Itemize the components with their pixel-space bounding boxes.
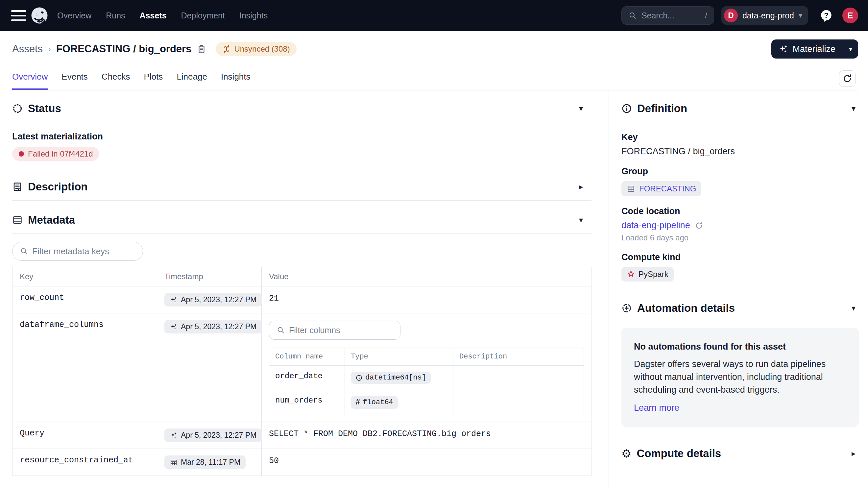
type-badge: datetime64[ns] bbox=[351, 372, 431, 384]
unsynced-status-badge[interactable]: Unsynced (308) bbox=[216, 42, 296, 56]
definition-section-header: Definition ▾ bbox=[621, 90, 859, 122]
breadcrumb-separator-icon: › bbox=[48, 44, 51, 54]
metadata-value: 21 bbox=[269, 294, 279, 303]
timestamp-badge[interactable]: Apr 5, 2023, 12:27 PM bbox=[164, 429, 262, 442]
search-input[interactable]: Search... / bbox=[621, 6, 714, 25]
user-avatar[interactable]: E bbox=[842, 7, 858, 23]
status-section-title: Status bbox=[28, 102, 61, 115]
lineage-section-header: Lineage View in graph ▾ bbox=[12, 487, 591, 490]
code-location-link[interactable]: data-eng-pipeline bbox=[621, 220, 690, 231]
no-automations-title: No automations found for this asset bbox=[634, 342, 846, 352]
table-row: dataframe_columns Apr 5, 2023, 12:27 PM … bbox=[12, 313, 591, 422]
column-description bbox=[454, 390, 584, 415]
clipboard-icon bbox=[197, 44, 207, 54]
copy-asset-key-button[interactable] bbox=[197, 44, 207, 54]
automation-collapse-caret-icon[interactable]: ▾ bbox=[851, 304, 856, 313]
reload-icon[interactable] bbox=[695, 221, 703, 230]
deployment-switcher[interactable]: D data-eng-prod ▾ bbox=[721, 6, 808, 25]
sparkle-icon bbox=[169, 296, 178, 304]
metadata-key: Query bbox=[12, 422, 157, 449]
nav-insights[interactable]: Insights bbox=[239, 11, 268, 21]
page-header: Assets › FORECASTING / big_orders Unsync… bbox=[0, 31, 868, 90]
metadata-filter-input[interactable]: Filter metadata keys bbox=[12, 242, 143, 261]
asset-tabs: Overview Events Checks Plots Lineage Ins… bbox=[12, 68, 858, 90]
tab-insights[interactable]: Insights bbox=[221, 68, 251, 90]
deployment-avatar: D bbox=[724, 8, 738, 22]
failed-run-badge[interactable]: Failed in 07f4421d bbox=[12, 147, 99, 161]
metadata-section-header: Metadata ▾ bbox=[12, 202, 591, 234]
tab-events[interactable]: Events bbox=[61, 68, 88, 90]
definition-collapse-caret-icon[interactable]: ▾ bbox=[851, 104, 856, 113]
description-icon bbox=[12, 182, 23, 192]
search-icon bbox=[277, 326, 285, 334]
nav-runs[interactable]: Runs bbox=[106, 11, 125, 21]
group-table-icon bbox=[627, 184, 635, 193]
help-button[interactable]: ? bbox=[819, 8, 833, 22]
unsynced-badge-label: Unsynced (308) bbox=[234, 44, 290, 54]
tab-lineage[interactable]: Lineage bbox=[177, 68, 207, 90]
materialize-button-label: Materialize bbox=[793, 44, 835, 54]
nav-overview[interactable]: Overview bbox=[57, 11, 91, 21]
failed-dot-icon bbox=[19, 151, 24, 156]
status-section-header: Status ▾ bbox=[12, 90, 591, 122]
timestamp-badge[interactable]: Apr 5, 2023, 12:27 PM bbox=[164, 293, 262, 306]
asset-key-title: FORECASTING / big_orders bbox=[56, 43, 192, 55]
metadata-value: SELECT * FROM DEMO_DB2.FORECASTING.big_o… bbox=[269, 429, 491, 439]
breadcrumb-assets-link[interactable]: Assets bbox=[12, 43, 43, 55]
columns-filter-input[interactable]: Filter columns bbox=[269, 320, 400, 340]
tab-checks[interactable]: Checks bbox=[102, 68, 130, 90]
table-row: order_date datetime64[ns] bbox=[269, 366, 584, 390]
col-description: Description bbox=[454, 348, 584, 366]
col-type: Type bbox=[345, 348, 454, 366]
columns-filter-placeholder: Filter columns bbox=[289, 326, 340, 335]
table-row: Query Apr 5, 2023, 12:27 PM SELECT * FRO… bbox=[12, 422, 591, 449]
code-location-loaded-ago: Loaded 6 days ago bbox=[621, 233, 859, 242]
status-collapse-caret-icon[interactable]: ▾ bbox=[579, 104, 583, 113]
hamburger-menu-icon[interactable] bbox=[9, 6, 28, 25]
column-name: order_date bbox=[269, 366, 345, 390]
gear-icon: ⚙ bbox=[621, 448, 631, 459]
timestamp-badge[interactable]: Mar 28, 11:17 PM bbox=[164, 456, 246, 469]
deployment-name: data-eng-prod bbox=[742, 11, 794, 21]
info-icon bbox=[621, 103, 632, 114]
timestamp-label: Apr 5, 2023, 12:27 PM bbox=[181, 295, 256, 304]
metadata-key: dataframe_columns bbox=[12, 313, 157, 422]
chevron-down-icon: ▾ bbox=[799, 11, 802, 20]
hash-icon: # bbox=[355, 398, 360, 407]
search-shortcut-hint: / bbox=[705, 11, 707, 20]
breadcrumb: Assets › FORECASTING / big_orders Unsync… bbox=[12, 39, 858, 59]
pyspark-star-icon bbox=[627, 270, 635, 279]
refresh-button[interactable] bbox=[839, 70, 856, 87]
column-description bbox=[454, 366, 584, 390]
table-row: resource_constrained_at Mar 28, 11:17 PM… bbox=[12, 449, 591, 476]
compute-details-section-header: ⚙ Compute details ▸ bbox=[621, 435, 859, 467]
group-badge[interactable]: FORECASTING bbox=[621, 181, 701, 196]
search-icon bbox=[628, 11, 637, 20]
description-expand-caret-icon[interactable]: ▸ bbox=[579, 182, 583, 191]
definition-section-title: Definition bbox=[637, 102, 687, 115]
metadata-key: resource_constrained_at bbox=[12, 449, 157, 476]
group-link-label: FORECASTING bbox=[639, 184, 696, 193]
no-automations-body: Dagster offers several ways to run data … bbox=[634, 358, 846, 396]
tab-plots[interactable]: Plots bbox=[144, 68, 163, 90]
sparkle-icon bbox=[169, 323, 178, 331]
nav-assets[interactable]: Assets bbox=[140, 11, 167, 21]
timestamp-badge[interactable]: Apr 5, 2023, 12:27 PM bbox=[164, 320, 262, 334]
compute-kind-badge[interactable]: PySpark bbox=[621, 267, 674, 281]
key-value: FORECASTING / big_orders bbox=[621, 146, 859, 156]
materialize-dropdown-button[interactable]: ▾ bbox=[843, 39, 858, 59]
tab-overview[interactable]: Overview bbox=[12, 68, 48, 90]
sync-alert-icon bbox=[222, 45, 231, 53]
calendar-icon bbox=[169, 458, 178, 466]
metadata-collapse-caret-icon[interactable]: ▾ bbox=[579, 215, 583, 224]
dagster-logo-icon bbox=[30, 6, 49, 25]
failed-badge-label: Failed in 07f4421d bbox=[28, 149, 93, 158]
materialize-button[interactable]: Materialize bbox=[771, 44, 843, 54]
learn-more-link[interactable]: Learn more bbox=[634, 403, 679, 413]
compute-details-expand-caret-icon[interactable]: ▸ bbox=[851, 449, 856, 458]
nav-deployment[interactable]: Deployment bbox=[181, 11, 225, 21]
dataframe-columns-table: Column name Type Description order_date … bbox=[269, 347, 584, 415]
sparkle-icon bbox=[169, 431, 178, 439]
latest-materialization-label: Latest materialization bbox=[12, 131, 591, 142]
metadata-filter-placeholder: Filter metadata keys bbox=[32, 246, 109, 256]
